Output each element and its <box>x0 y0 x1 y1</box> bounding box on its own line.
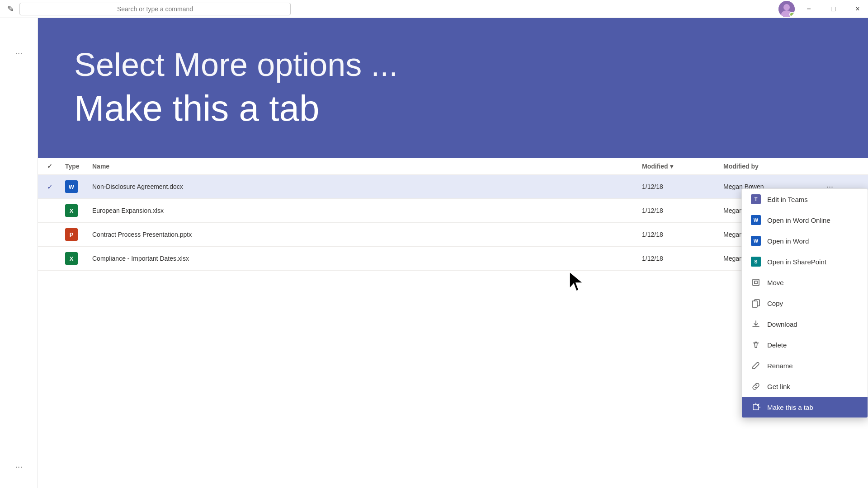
svg-point-1 <box>783 4 790 10</box>
file-name: Non-Disclosure Agreement.docx <box>92 183 642 190</box>
menu-item-label: Get link <box>767 383 790 390</box>
edit-icon[interactable]: ✎ <box>7 4 14 14</box>
file-type-icon-word: W <box>65 180 92 193</box>
sidebar-more-top[interactable]: ··· <box>15 48 23 58</box>
menu-item-label: Move <box>767 279 784 286</box>
file-type-icon-excel: X <box>65 204 92 217</box>
hero-banner: Select More options ... Make this a tab <box>38 18 868 158</box>
title-bar-left: ✎ <box>7 3 291 15</box>
hero-line1: Select More options ... <box>74 47 832 83</box>
svg-rect-5 <box>752 301 757 307</box>
file-modified: 1/12/18 <box>642 255 723 262</box>
avatar[interactable] <box>778 1 795 17</box>
maximize-button[interactable]: □ <box>823 0 844 18</box>
left-sidebar: ··· ··· <box>0 18 38 488</box>
menu-item-open-word-online[interactable]: W Open in Word Online <box>742 210 868 230</box>
make-tab-icon <box>751 402 761 412</box>
menu-item-label: Open in Word <box>767 237 809 245</box>
file-name: European Expansion.xlsx <box>92 207 642 214</box>
file-list: ✓ Type Name Modified ▾ Modified by ✓ W N… <box>38 158 868 488</box>
menu-item-rename[interactable]: Rename <box>742 355 868 376</box>
menu-item-label: Rename <box>767 362 793 370</box>
header-name: Name <box>92 163 642 170</box>
menu-item-label: Make this a tab <box>767 404 813 411</box>
file-type-icon-excel2: X <box>65 252 92 265</box>
menu-item-open-word[interactable]: W Open in Word <box>742 230 868 251</box>
header-type: Type <box>65 163 92 170</box>
file-name: Compliance - Important Dates.xlsx <box>92 255 642 262</box>
delete-icon <box>751 340 761 350</box>
header-modified-by: Modified by <box>723 163 823 170</box>
svg-rect-3 <box>753 279 759 286</box>
main-area: ··· ··· Select More options ... Make thi… <box>0 18 868 488</box>
content-area: Select More options ... Make this a tab … <box>38 18 868 488</box>
word-icon: W <box>751 236 761 246</box>
download-icon <box>751 319 761 329</box>
minimize-button[interactable]: − <box>798 0 819 18</box>
file-modified: 1/12/18 <box>642 183 723 190</box>
file-modified: 1/12/18 <box>642 231 723 238</box>
menu-item-make-tab[interactable]: Make this a tab <box>742 397 868 418</box>
file-list-header: ✓ Type Name Modified ▾ Modified by <box>38 158 868 175</box>
link-icon <box>751 381 761 391</box>
menu-item-edit-in-teams[interactable]: T Edit in Teams <box>742 189 868 210</box>
menu-item-label: Download <box>767 320 797 328</box>
move-icon <box>751 277 761 287</box>
title-bar: ✎ − □ × <box>0 0 868 18</box>
rename-icon <box>751 361 761 371</box>
close-button[interactable]: × <box>847 0 868 18</box>
menu-item-label: Copy <box>767 300 783 307</box>
menu-item-delete[interactable]: Delete <box>742 334 868 355</box>
copy-icon <box>751 298 761 308</box>
hero-line2: Make this a tab <box>74 88 832 129</box>
menu-item-move[interactable]: Move <box>742 272 868 293</box>
table-row[interactable]: ✓ W Non-Disclosure Agreement.docx 1/12/1… <box>38 175 868 199</box>
avatar-status-indicator <box>789 12 795 17</box>
file-type-icon-ppt: P <box>65 228 92 241</box>
context-menu: T Edit in Teams W Open in Word Online W <box>741 188 868 418</box>
teams-icon: T <box>751 194 761 204</box>
menu-item-copy[interactable]: Copy <box>742 293 868 314</box>
file-name: Contract Process Presentation.pptx <box>92 231 642 238</box>
sharepoint-icon: S <box>751 257 761 267</box>
title-bar-right: − □ × <box>778 0 868 18</box>
file-modified: 1/12/18 <box>642 207 723 214</box>
sidebar-more-bottom[interactable]: ··· <box>15 461 23 472</box>
menu-item-label: Delete <box>767 341 787 349</box>
menu-item-label: Open in Word Online <box>767 216 830 224</box>
menu-item-get-link[interactable]: Get link <box>742 376 868 397</box>
search-input[interactable] <box>19 3 291 15</box>
word-online-icon: W <box>751 215 761 225</box>
menu-item-download[interactable]: Download <box>742 314 868 334</box>
menu-item-open-sharepoint[interactable]: S Open in SharePoint <box>742 251 868 272</box>
row-check: ✓ <box>47 183 65 191</box>
menu-item-label: Open in SharePoint <box>767 258 826 266</box>
menu-item-label: Edit in Teams <box>767 196 808 203</box>
header-check: ✓ <box>47 163 65 170</box>
header-modified[interactable]: Modified ▾ <box>642 163 723 170</box>
